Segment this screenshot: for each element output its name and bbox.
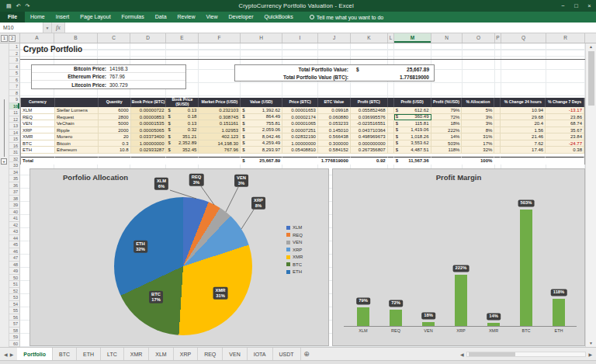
row-header-50[interactable]: 50 (9, 275, 20, 282)
sheet-tab-portfolio[interactable]: Portfolio (17, 348, 53, 360)
total-cell[interactable]: Total (21, 157, 55, 165)
cell[interactable]: 29.68 (501, 114, 546, 121)
cell[interactable]: 1.02953 (199, 127, 241, 134)
row-header-48[interactable]: 48 (9, 262, 20, 269)
bar-chart-profit-margin[interactable]: Profit Margin 79%XLM72%REQ18%VEN222%XRP1… (332, 168, 585, 346)
cell[interactable]: 767.96 (199, 147, 241, 154)
column-header-J[interactable]: J (318, 33, 351, 43)
cell[interactable]: 23.84 (546, 133, 584, 140)
row-header-52[interactable]: 52 (9, 288, 20, 295)
maximize-button[interactable]: □ (570, 0, 583, 12)
row-header-37[interactable]: 37 (9, 189, 20, 196)
row-header-13[interactable]: 13 (9, 123, 20, 130)
row-header-2[interactable]: 2 (9, 50, 20, 57)
cell[interactable]: 31% (462, 133, 494, 140)
ribbon-tab-quickbooks[interactable]: QuickBooks (258, 12, 298, 23)
cell[interactable]: 17.46 (501, 147, 546, 154)
outline-level-1-button[interactable]: 1 (1, 35, 8, 42)
cell[interactable]: 23.86 (546, 114, 584, 121)
row-header-55[interactable]: 55 (9, 307, 20, 314)
cell[interactable]: 0.00001653 (282, 107, 318, 114)
row-header-60[interactable]: 60 (9, 341, 20, 348)
cell[interactable]: 35.67 (546, 127, 584, 134)
row-header-46[interactable]: 46 (9, 248, 20, 255)
cell[interactable]: 6000 (99, 107, 131, 114)
cell[interactable]: 0.00000722 (131, 107, 167, 114)
ribbon-tab-review[interactable]: Review (172, 12, 201, 23)
cell[interactable] (494, 147, 501, 154)
cell[interactable]: Ripple (55, 127, 99, 134)
cell[interactable]: $3,553.62 (394, 140, 431, 147)
cell[interactable] (388, 120, 394, 127)
row-header-9[interactable]: 9 (9, 96, 20, 103)
cell[interactable]: 0.05408810 (282, 147, 318, 154)
column-header-E[interactable]: E (166, 33, 199, 43)
cell[interactable]: Ethereum (55, 147, 99, 154)
cell[interactable]: 0.09918 (318, 107, 351, 114)
formula-input[interactable] (64, 23, 596, 33)
cell[interactable]: $4,487.51 (394, 147, 431, 154)
scroll-down-icon[interactable]: ▼ (589, 340, 593, 347)
row-header-51[interactable]: 51 (9, 281, 20, 288)
row-header-8[interactable]: 8 (9, 90, 20, 97)
cell[interactable]: 0.566438 (318, 133, 351, 140)
cell[interactable] (494, 133, 501, 140)
cell[interactable]: $612.62 (394, 107, 431, 114)
row-header-56[interactable]: 56 (9, 314, 20, 321)
total-cell[interactable] (388, 157, 394, 165)
cell[interactable]: 0.308745 (199, 114, 241, 121)
column-header-D[interactable]: D (130, 33, 166, 43)
cell[interactable]: 0.00007251 (282, 127, 318, 134)
ribbon-tab-home[interactable]: Home (25, 12, 50, 23)
cell[interactable]: 68.74 (546, 120, 584, 127)
cell[interactable]: XLM (21, 107, 55, 114)
cell[interactable]: 14% (431, 133, 463, 140)
cell[interactable]: 0.584152 (318, 147, 351, 154)
row-header-7[interactable]: 7 (9, 83, 20, 90)
cell[interactable]: 0.00005065 (131, 127, 167, 134)
column-header-B[interactable]: B (54, 33, 98, 43)
sheet-tab-req[interactable]: REQ (198, 348, 223, 360)
cell[interactable] (388, 133, 394, 140)
cell[interactable]: 10.8 (99, 147, 131, 154)
close-button[interactable]: × (583, 0, 596, 12)
cell[interactable] (494, 140, 501, 147)
column-header-F[interactable]: F (199, 33, 241, 43)
total-cell[interactable]: 1.776819000 (318, 157, 351, 165)
cell[interactable]: $2,059.06 (241, 127, 282, 134)
cell[interactable]: 0.036995576 (351, 114, 388, 121)
undo-icon[interactable]: ↶ (16, 3, 21, 9)
total-cell[interactable] (501, 157, 546, 165)
cell[interactable]: 0.055852468 (351, 107, 388, 114)
vertical-scroll-thumb[interactable] (588, 51, 594, 106)
cell[interactable]: XRP (21, 127, 55, 134)
row-header-31[interactable]: 31 (9, 149, 20, 156)
total-cell[interactable] (131, 157, 167, 165)
cell[interactable]: $351.21 (166, 133, 199, 140)
tab-scroll-right-icon[interactable]: ▶ (10, 352, 14, 357)
total-cell[interactable] (282, 157, 318, 165)
cell[interactable]: $352.45 (166, 147, 199, 154)
cell[interactable]: 0.498969673 (351, 133, 388, 140)
total-cell[interactable] (55, 157, 99, 165)
cell[interactable]: 0.03373400 (131, 133, 167, 140)
row-header-53[interactable]: 53 (9, 294, 20, 301)
cell[interactable]: 3% (462, 120, 494, 127)
minimize-button[interactable]: − (556, 0, 570, 12)
cell[interactable]: 0.3 (99, 140, 131, 147)
horizontal-scrollbar[interactable]: ◀ ▶ (456, 348, 596, 360)
row-header-42[interactable]: 42 (9, 222, 20, 229)
cells-area[interactable]: Crypto Portfolio Bitcoin Price:14198.3Et… (20, 43, 585, 347)
row-header-41[interactable]: 41 (9, 215, 20, 222)
cell[interactable]: 8% (462, 127, 494, 134)
sheet-tab-iota[interactable]: IOTA (248, 348, 273, 360)
row-header-15[interactable]: 15 (9, 136, 20, 143)
cell[interactable]: $2,352.89 (166, 140, 199, 147)
cell[interactable]: $0.32 (166, 127, 199, 134)
cell[interactable]: 0.300000 (318, 140, 351, 147)
column-header-L[interactable]: L (388, 33, 394, 43)
sheet-tab-usdt[interactable]: USDT (273, 348, 301, 360)
row-header-4[interactable]: 4 (9, 64, 20, 71)
row-header-44[interactable]: 44 (9, 235, 20, 242)
cell[interactable]: $115.81 (394, 120, 431, 127)
